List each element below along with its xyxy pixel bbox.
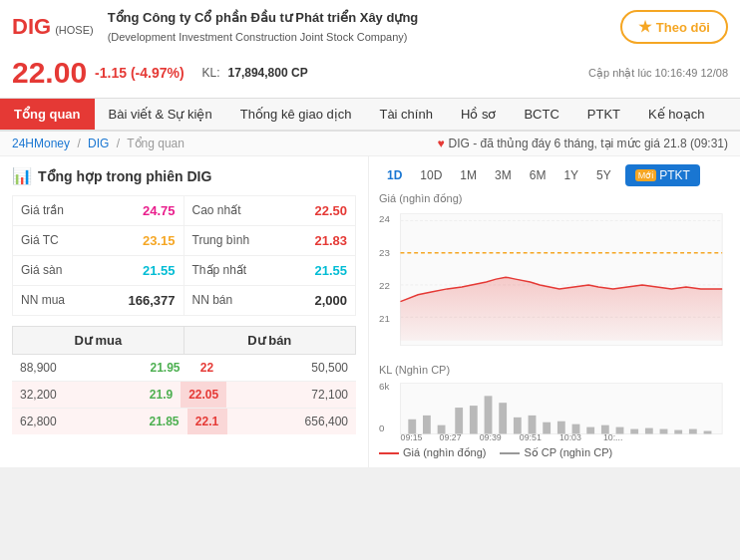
nav-tabs: Tổng quan Bài viết & Sự kiện Thống kê gi… <box>0 99 740 132</box>
stat-label: Giá trần <box>21 203 64 218</box>
chart-controls: 1D 10D 1M 3M 6M 1Y 5Y Mới PTKT <box>379 164 730 186</box>
ticker-exchange: (HOSE) <box>55 24 94 36</box>
tab-ho-so[interactable]: Hồ sơ <box>447 99 511 130</box>
svg-rect-18 <box>499 404 507 434</box>
tab-thong-ke[interactable]: Thống kê giao dịch <box>226 99 366 130</box>
stat-label: NN bán <box>192 293 233 308</box>
svg-text:21: 21 <box>379 314 390 325</box>
main-price: 22.00 <box>12 56 87 90</box>
ob-price-sell-2: 22.05 <box>181 382 226 408</box>
stat-value: 22.50 <box>314 203 347 218</box>
svg-text:6k: 6k <box>379 382 389 393</box>
ptkt-button[interactable]: Mới PTKT <box>625 164 700 186</box>
ob-sell-header: Dư bán <box>185 326 357 355</box>
tab-bctc[interactable]: BCTC <box>510 99 572 130</box>
price-row: 22.00 -1.15 (-4.97%) KL: 17,894,800 CP C… <box>0 54 740 98</box>
ptkt-label: PTKT <box>659 168 690 182</box>
ob-buy-vol-3: 62,800 <box>12 409 141 434</box>
stat-gia-san: Giá sàn 21.55 <box>13 256 184 286</box>
stat-label: Giá sàn <box>21 263 62 278</box>
ob-price-buy-3: 21.85 <box>141 409 186 434</box>
ob-sell-vol-1: 50,500 <box>226 355 356 381</box>
stat-value: 2,000 <box>314 293 347 308</box>
svg-rect-27 <box>630 429 638 434</box>
stat-label: Trung bình <box>192 233 250 248</box>
volume-chart-label: KL (Nghìn CP) <box>379 364 730 376</box>
stat-cao-nhat: Cao nhất 22.50 <box>185 196 356 226</box>
ticker-symbol: DIG <box>12 14 51 40</box>
svg-text:09:15: 09:15 <box>401 433 423 443</box>
svg-rect-17 <box>485 397 493 434</box>
volume-chart-svg: 6k 0 <box>379 378 730 442</box>
svg-text:09:39: 09:39 <box>480 433 502 443</box>
svg-rect-15 <box>455 408 463 433</box>
time-btn-1y[interactable]: 1Y <box>555 165 586 185</box>
tab-ptkt[interactable]: PTKT <box>573 99 634 130</box>
breadcrumb: 24HMoney / DIG / Tổng quan <box>12 137 437 150</box>
ob-sell-vol-3: 656,400 <box>227 409 356 434</box>
ob-buy-vol-2: 32,200 <box>12 382 142 408</box>
stat-nn-mua: NN mua 166,377 <box>13 286 184 315</box>
svg-text:10:...: 10:... <box>603 433 623 443</box>
tab-ke-hoach[interactable]: Kế hoạch <box>634 99 718 130</box>
stat-value: 23.15 <box>143 233 176 248</box>
time-btn-5y[interactable]: 5Y <box>588 165 619 185</box>
ob-price-sell-1: 22 <box>188 355 226 381</box>
stat-value: 166,377 <box>129 293 176 308</box>
stat-label: Thấp nhất <box>192 263 247 278</box>
time-btn-1m[interactable]: 1M <box>452 165 485 185</box>
follow-button[interactable]: ★ Theo dõi <box>620 10 728 44</box>
ptkt-new-badge: Mới <box>635 169 657 181</box>
svg-rect-21 <box>543 422 551 434</box>
summary-icon: 📊 <box>12 166 32 185</box>
ob-buy-header: Dư mua <box>12 326 185 355</box>
order-book: Dư mua Dư bán 88,900 21.95 22 50,500 32,… <box>12 326 356 434</box>
ob-price-sell-3: 22.1 <box>187 409 227 434</box>
svg-rect-30 <box>674 430 682 434</box>
svg-text:09:27: 09:27 <box>440 433 462 443</box>
kl-value: 17,894,800 CP <box>228 66 308 80</box>
time-btn-10d[interactable]: 10D <box>412 165 450 185</box>
stat-label: Giá TC <box>21 233 59 248</box>
price-chart-svg: 24 23 22 21 <box>379 207 730 362</box>
svg-rect-29 <box>660 429 668 434</box>
svg-text:23: 23 <box>379 247 390 258</box>
stat-value: 21.83 <box>314 233 347 248</box>
tab-tai-chinh[interactable]: Tài chính <box>365 99 446 130</box>
follow-label: Theo dõi <box>656 20 710 35</box>
company-info: Tổng Công ty Cổ phần Đầu tư Phát triển X… <box>108 8 606 46</box>
stat-nn-ban: NN bán 2,000 <box>185 286 356 315</box>
svg-rect-12 <box>408 420 416 434</box>
svg-text:0: 0 <box>379 423 385 434</box>
breadcrumb-ticker[interactable]: DIG <box>88 137 109 150</box>
alert-banner: ♥ DIG - đã thủng đáy 6 tháng, tại mức gi… <box>437 137 728 150</box>
tab-tong-quan[interactable]: Tổng quan <box>0 99 95 130</box>
time-btn-6m[interactable]: 6M <box>522 165 555 185</box>
svg-text:24: 24 <box>379 214 390 225</box>
svg-text:09:51: 09:51 <box>520 433 542 443</box>
svg-text:22: 22 <box>379 280 390 291</box>
svg-rect-28 <box>645 428 653 434</box>
ob-row-1: 88,900 21.95 22 50,500 <box>12 355 356 382</box>
chart-area: Giá (nghìn đồng) 24 23 22 21 <box>379 192 730 459</box>
tab-bai-viet[interactable]: Bài viết & Sự kiện <box>95 99 226 130</box>
stat-gia-tran: Giá trần 24.75 <box>13 196 184 226</box>
svg-rect-32 <box>704 431 712 434</box>
right-panel: 1D 10D 1M 3M 6M 1Y 5Y Mới PTKT Giá (nghì… <box>369 156 740 467</box>
ob-sell-vol-2: 72,100 <box>226 382 356 408</box>
stat-trung-binh: Trung bình 21.83 <box>185 226 356 256</box>
price-change: -1.15 (-4.97%) <box>95 65 184 81</box>
kl-label: KL: <box>202 66 220 80</box>
svg-text:10:03: 10:03 <box>559 433 581 443</box>
ticker-block: DIG (HOSE) <box>12 14 94 40</box>
time-btn-1d[interactable]: 1D <box>379 165 410 185</box>
breadcrumb-home[interactable]: 24HMoney <box>12 137 70 150</box>
svg-rect-24 <box>586 427 594 434</box>
star-icon: ★ <box>638 18 651 36</box>
time-btn-3m[interactable]: 3M <box>487 165 520 185</box>
ob-buy-vol-1: 88,900 <box>12 355 142 381</box>
ob-price-buy-2: 21.9 <box>142 382 181 408</box>
stat-gia-tc: Giá TC 23.15 <box>13 226 184 256</box>
legend-vol: Số CP (nghìn CP) <box>500 446 612 459</box>
company-name-vn: Tổng Công ty Cổ phần Đầu tư Phát triển X… <box>108 8 606 29</box>
